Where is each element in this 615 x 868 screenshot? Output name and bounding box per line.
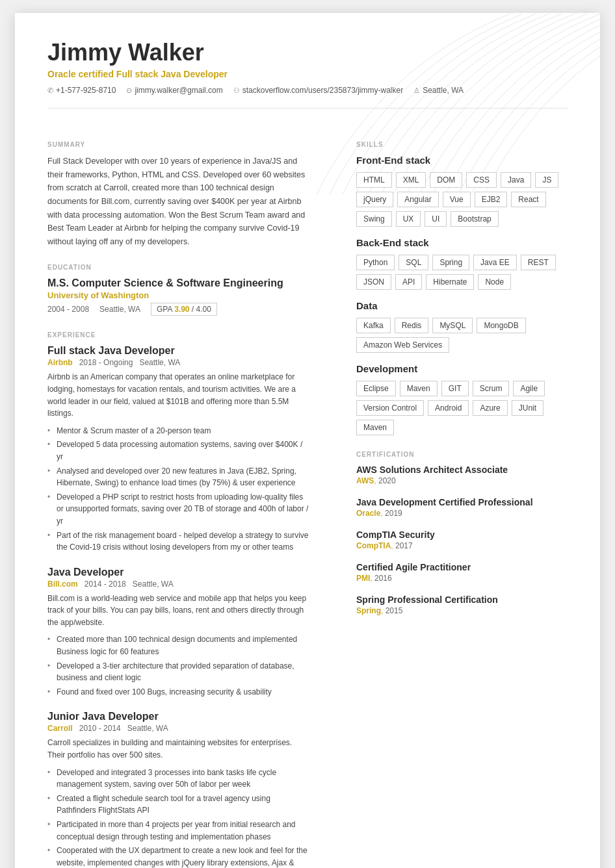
bullet-item: Participated in more than 4 projects per… [47, 819, 311, 843]
skill-tag: Hibernate [426, 274, 474, 290]
cert-4-issuer: PMI, 2016 [356, 574, 574, 583]
location-icon: ♙ [413, 86, 420, 95]
bullet-item: Developed and integrated 3 processes int… [47, 767, 311, 791]
skill-tag: Maven [356, 420, 394, 435]
skill-tag: JUnit [512, 400, 543, 416]
edu-meta: 2004 - 2008 Seattle, WA GPA 3.90 / 4.00 [47, 303, 311, 316]
summary-label: SUMMARY [47, 141, 311, 148]
cert-3: CompTIA Security CompTIA, 2017 [356, 530, 574, 550]
data-tags: Kafka Redis MySQL MongoDB Amazon Web Ser… [356, 318, 574, 353]
skill-tag: jQuery [356, 192, 393, 207]
cert-1-issuer: AWS, 2020 [356, 476, 574, 485]
skill-tag: UX [396, 211, 421, 227]
gpa-badge: GPA 3.90 / 4.00 [151, 303, 217, 316]
job-1-meta: Airbnb 2018 - Ongoing Seattle, WA [47, 358, 311, 367]
job-3-company: Carroll [47, 724, 73, 733]
summary-section: SUMMARY Full Stack Developer with over 1… [47, 141, 311, 248]
job-1-years: 2018 - Ongoing [79, 358, 133, 367]
cert-1-name: AWS Solutions Architect Associate [356, 465, 574, 475]
skill-tag: Eclipse [356, 381, 396, 396]
bullet-item: Developed a 3-tier architecture that pro… [47, 660, 311, 684]
link-icon: ⚇ [233, 86, 240, 95]
edu-years: 2004 - 2008 [47, 305, 89, 314]
right-column: SKILLS Front-End stack HTML XML DOM CSS … [337, 108, 600, 868]
skill-tag: EJB2 [475, 192, 508, 207]
cert-2-name: Java Development Certified Professional [356, 497, 574, 507]
skill-tag: Vue [443, 192, 471, 207]
bullet-item: Created more than 100 technical design d… [47, 633, 311, 657]
edu-school: University of Washington [47, 290, 311, 300]
cert-4-name: Certified Agile Practitioner [356, 562, 574, 572]
skill-tag: Kafka [356, 318, 391, 333]
cert-4: Certified Agile Practitioner PMI, 2016 [356, 562, 574, 583]
phone-contact: ✆ +1-577-925-8710 [47, 86, 116, 95]
skill-tag: REST [521, 255, 556, 270]
bullet-item: Created a flight schedule search tool fo… [47, 793, 311, 817]
bullet-item: Mentor & Scrum master of a 20-person tea… [47, 425, 311, 437]
job-1-desc: Airbnb is an American company that opera… [47, 371, 311, 419]
job-3: Junior Java Developer Carroll 2010 - 201… [47, 711, 311, 868]
job-2: Java Developer Bill.com 2014 - 2018 Seat… [47, 567, 311, 698]
bullet-item: Developed 5 data processing automation s… [47, 439, 311, 463]
job-3-location: Seattle, WA [127, 724, 168, 733]
skill-tag: Java [501, 172, 531, 188]
job-2-meta: Bill.com 2014 - 2018 Seattle, WA [47, 580, 311, 589]
cert-5-issuer-name: Spring [356, 606, 381, 615]
skill-tag: Amazon Web Services [356, 337, 449, 353]
backend-stack-label: Back-End stack [356, 237, 574, 248]
edu-degree: M.S. Computer Science & Software Enginee… [47, 277, 311, 289]
job-3-years: 2010 - 2014 [79, 724, 121, 733]
skill-tag: JSON [356, 274, 391, 290]
job-3-meta: Carroll 2010 - 2014 Seattle, WA [47, 724, 311, 733]
summary-text: Full Stack Developer with over 10 years … [47, 155, 311, 248]
skill-tag: Android [428, 400, 469, 416]
cert-5-issuer: Spring, 2015 [356, 606, 574, 615]
gpa-max: 4.00 [196, 305, 211, 314]
left-column: SUMMARY Full Stack Developer with over 1… [15, 108, 337, 868]
education-label: EDUCATION [47, 264, 311, 271]
bullet-item: Found and fixed over 100 Bugs, increasin… [47, 686, 311, 698]
dev-stack-label: Development [356, 363, 574, 374]
location-text: Seattle, WA [423, 86, 464, 95]
cert-5-year: 2015 [386, 606, 403, 615]
frontend-stack-label: Front-End stack [356, 155, 574, 166]
job-2-years: 2014 - 2018 [85, 580, 126, 589]
cert-2-issuer-name: Oracle [356, 509, 380, 518]
gpa-value: 3.90 [174, 305, 189, 314]
bullet-item: Cooperated with the UX department to cre… [47, 845, 311, 868]
cert-1: AWS Solutions Architect Associate AWS, 2… [356, 465, 574, 485]
skill-tag: GIT [441, 381, 469, 396]
experience-section: EXPERIENCE Full stack Java Developer Air… [47, 331, 311, 868]
job-2-bullets: Created more than 100 technical design d… [47, 633, 311, 698]
person-title: Oracle certified Full stack Java Develop… [47, 69, 568, 79]
frontend-tags: HTML XML DOM CSS Java JS jQuery Angular … [356, 172, 574, 227]
skill-tag: DOM [430, 172, 462, 188]
resume-document: Jimmy Walker Oracle certified Full stack… [15, 13, 600, 868]
resume-body: SUMMARY Full Stack Developer with over 1… [15, 108, 600, 868]
job-1-company: Airbnb [47, 358, 73, 367]
skill-tag: Spring [432, 255, 469, 270]
bullet-item: Developed a PHP script to restrict hosts… [47, 491, 311, 528]
skill-tag: Redis [395, 318, 429, 333]
job-2-company: Bill.com [47, 580, 78, 589]
cert-2-year: 2019 [385, 509, 402, 518]
job-1-bullets: Mentor & Scrum master of a 20-person tea… [47, 425, 311, 554]
skill-tag: React [511, 192, 545, 207]
dev-tags: Eclipse Maven GIT Scrum Agile Version Co… [356, 381, 574, 435]
job-3-title: Junior Java Developer [47, 711, 311, 722]
data-stack-label: Data [356, 300, 574, 311]
skill-tag: Scrum [473, 381, 510, 396]
cert-3-issuer: CompTIA, 2017 [356, 541, 574, 550]
skill-tag: Bootstrap [451, 211, 498, 227]
job-1-location: Seattle, WA [139, 358, 180, 367]
cert-3-issuer-name: CompTIA [356, 541, 391, 550]
skill-tag: JS [535, 172, 558, 188]
job-2-desc: Bill.com is a world-leading web service … [47, 593, 311, 629]
skill-tag: CSS [466, 172, 497, 188]
bullet-item: Analysed and developed over 20 new featu… [47, 465, 311, 489]
email-address: jimmy.walker@gmail.com [135, 86, 222, 95]
skill-tag: Python [356, 255, 395, 270]
job-2-title: Java Developer [47, 567, 311, 578]
email-contact: ⊙ jimmy.walker@gmail.com [126, 86, 222, 95]
skill-tag: HTML [356, 172, 392, 188]
